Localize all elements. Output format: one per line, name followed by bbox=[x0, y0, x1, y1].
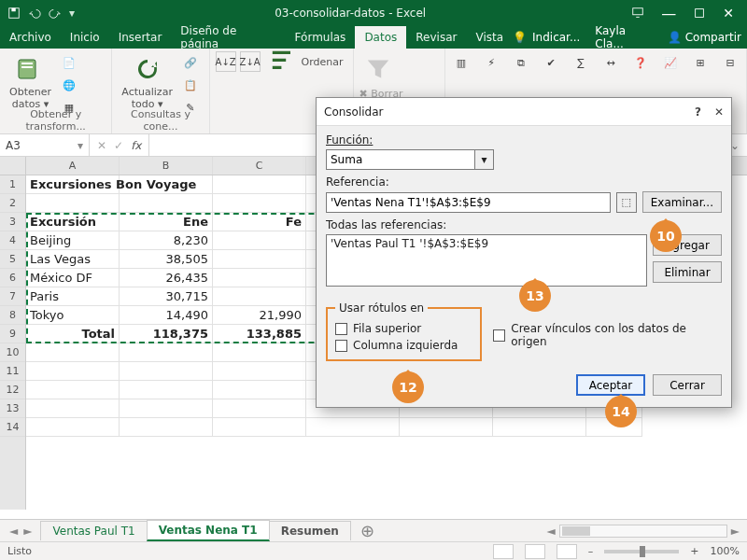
data-validation-icon[interactable]: ✔ bbox=[541, 52, 561, 73]
from-web-icon[interactable]: 🌐 bbox=[59, 75, 79, 95]
col-header[interactable]: C bbox=[213, 157, 306, 175]
row-header[interactable]: 12 bbox=[0, 381, 25, 399]
reference-item[interactable]: 'Ventas Paul T1 '!$A$3:$E$9 bbox=[331, 237, 642, 250]
redo-icon[interactable] bbox=[49, 7, 62, 20]
close-button[interactable]: Cerrar bbox=[653, 374, 722, 396]
horizontal-scrollbar[interactable] bbox=[559, 525, 727, 538]
sheet-tab[interactable]: Ventas Paul T1 bbox=[40, 521, 147, 540]
callout-12: 12 bbox=[392, 371, 424, 403]
tell-me-icon[interactable]: 💡 bbox=[513, 31, 527, 44]
tab-datos[interactable]: Datos bbox=[355, 26, 406, 49]
from-text-icon[interactable]: 📄 bbox=[59, 52, 79, 73]
row-header[interactable]: 14 bbox=[0, 418, 25, 437]
row-header[interactable]: 7 bbox=[0, 287, 25, 306]
sheet-tab[interactable]: Ventas Nena T1 bbox=[147, 520, 270, 541]
text-to-columns-icon[interactable]: ▥ bbox=[451, 52, 472, 73]
cell[interactable]: Excursión bbox=[26, 213, 120, 231]
tab-nav-prev-icon[interactable]: ◄ bbox=[9, 525, 18, 538]
row-header[interactable]: 6 bbox=[0, 269, 25, 287]
refresh-all-button[interactable]: Actualizar todo ▾ bbox=[118, 52, 176, 112]
maximize-icon[interactable] bbox=[693, 7, 706, 20]
zoom-out-icon[interactable]: – bbox=[588, 545, 594, 557]
browse-button[interactable]: Examinar... bbox=[642, 191, 722, 213]
create-links-checkbox[interactable]: Crear vínculos con los datos de origen bbox=[493, 322, 722, 348]
tell-me[interactable]: Indicar... bbox=[532, 31, 580, 44]
page-layout-view-icon[interactable] bbox=[525, 544, 545, 559]
dialog-help-icon[interactable]: ? bbox=[695, 105, 701, 119]
tab-insertar[interactable]: Insertar bbox=[109, 26, 172, 49]
row-header[interactable]: 4 bbox=[0, 231, 25, 250]
connections-icon[interactable]: 🔗 bbox=[180, 52, 201, 73]
row-header[interactable]: 11 bbox=[0, 362, 25, 381]
sheet-tabs-bar: ◄ ► Ventas Paul T1 Ventas Nena T1 Resume… bbox=[0, 519, 747, 541]
scroll-left-icon[interactable]: ◄ bbox=[547, 525, 559, 538]
minimize-icon[interactable]: — bbox=[661, 5, 676, 22]
select-all-corner[interactable] bbox=[0, 157, 25, 175]
tab-revisar[interactable]: Revisar bbox=[406, 26, 466, 49]
sheet-tab[interactable]: Resumen bbox=[269, 521, 351, 540]
confirm-edit-icon: ✓ bbox=[114, 139, 123, 152]
row-header[interactable]: 9 bbox=[0, 325, 25, 343]
close-window-icon[interactable]: ✕ bbox=[723, 6, 734, 21]
reference-input[interactable] bbox=[326, 192, 611, 213]
svg-rect-6 bbox=[21, 66, 33, 68]
forecast-icon[interactable]: 📈 bbox=[660, 52, 681, 73]
group-icon[interactable]: ⊞ bbox=[690, 52, 711, 73]
sort-desc-icon[interactable]: Z↓A bbox=[240, 51, 261, 72]
col-header[interactable]: A bbox=[26, 157, 120, 175]
row-header[interactable]: 1 bbox=[0, 175, 25, 194]
zoom-level[interactable]: 100% bbox=[711, 545, 740, 557]
qat-dropdown-icon[interactable]: ▾ bbox=[69, 7, 75, 20]
ribbon-tabs: Archivo Inicio Insertar Diseño de página… bbox=[0, 26, 747, 49]
account-name[interactable]: Kayla Cla... bbox=[595, 24, 652, 50]
sort-button[interactable]: Ordenar bbox=[264, 45, 347, 78]
row-header[interactable]: 8 bbox=[0, 306, 25, 325]
name-box[interactable]: A3▾ bbox=[0, 134, 90, 156]
consolidate-icon[interactable]: ∑ bbox=[571, 52, 591, 73]
tab-nav-next-icon[interactable]: ► bbox=[23, 525, 32, 538]
autosave-icon[interactable] bbox=[7, 7, 21, 20]
chevron-down-icon[interactable]: ▾ bbox=[475, 149, 494, 170]
fx-icon[interactable]: fx bbox=[131, 139, 141, 152]
relationships-icon[interactable]: ↔ bbox=[600, 52, 621, 73]
zoom-in-icon[interactable]: + bbox=[690, 545, 698, 557]
filter-button[interactable] bbox=[359, 52, 397, 86]
tab-archivo[interactable]: Archivo bbox=[0, 26, 61, 49]
properties-icon[interactable]: 📋 bbox=[180, 75, 201, 95]
scroll-right-icon[interactable]: ► bbox=[727, 525, 740, 538]
left-column-checkbox[interactable]: Columna izquierda bbox=[335, 339, 472, 352]
tab-inicio[interactable]: Inicio bbox=[61, 26, 109, 49]
share-button[interactable]: 👤 Compartir bbox=[668, 31, 741, 44]
row-header[interactable]: 13 bbox=[0, 399, 25, 418]
ribbon-options-icon[interactable] bbox=[631, 7, 644, 20]
zoom-slider[interactable] bbox=[604, 550, 679, 553]
namebox-dropdown-icon[interactable]: ▾ bbox=[78, 139, 83, 152]
get-data-button[interactable]: Obtener datos ▾ bbox=[6, 52, 55, 112]
page-break-view-icon[interactable] bbox=[557, 544, 577, 559]
delete-button[interactable]: Eliminar bbox=[653, 261, 722, 283]
group-label-getdata: Obtener y transform... bbox=[6, 106, 106, 133]
row-header[interactable]: 10 bbox=[0, 343, 25, 362]
top-row-checkbox[interactable]: Fila superior bbox=[335, 322, 472, 335]
flash-fill-icon[interactable]: ⚡ bbox=[481, 52, 501, 73]
new-sheet-icon[interactable]: ⊕ bbox=[351, 521, 384, 540]
row-header[interactable]: 2 bbox=[0, 194, 25, 213]
references-listbox[interactable]: 'Ventas Paul T1 '!$A$3:$E$9 bbox=[326, 234, 647, 287]
col-header[interactable]: B bbox=[120, 157, 213, 175]
row-header[interactable]: 5 bbox=[0, 250, 25, 269]
remove-dup-icon[interactable]: ⧉ bbox=[511, 52, 531, 73]
ungroup-icon[interactable]: ⊟ bbox=[720, 52, 740, 73]
normal-view-icon[interactable] bbox=[493, 544, 514, 559]
dialog-close-icon[interactable]: ✕ bbox=[714, 105, 724, 119]
status-bar: Listo – + 100% bbox=[0, 541, 747, 560]
function-select[interactable] bbox=[326, 149, 475, 170]
whatif-icon[interactable]: ❓ bbox=[630, 52, 651, 73]
tab-vista[interactable]: Vista bbox=[466, 26, 513, 49]
sort-asc-icon[interactable]: A↓Z bbox=[216, 51, 236, 72]
cell[interactable]: Excursiones Bon Voyage bbox=[26, 175, 120, 194]
undo-icon[interactable] bbox=[28, 7, 41, 20]
range-picker-icon[interactable]: ⬚ bbox=[616, 192, 637, 213]
status-ready: Listo bbox=[7, 545, 32, 557]
row-header[interactable]: 3 bbox=[0, 213, 25, 231]
ok-button[interactable]: Aceptar bbox=[576, 374, 645, 396]
